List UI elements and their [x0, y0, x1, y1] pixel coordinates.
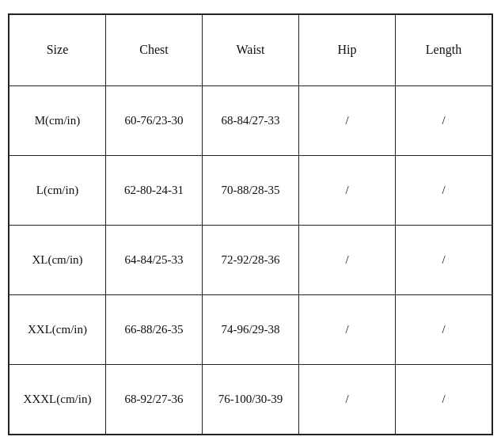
cell-size: L(cm/in)	[9, 155, 106, 225]
header-waist: Waist	[203, 14, 299, 85]
table-row: XXL(cm/in)66-88/26-3574-96/29-38//	[9, 294, 492, 364]
cell-size: M(cm/in)	[9, 85, 106, 155]
cell-waist: 70-88/28-35	[203, 155, 299, 225]
cell-waist: 72-92/28-36	[203, 225, 299, 294]
table-row: M(cm/in)60-76/23-3068-84/27-33//	[9, 85, 492, 155]
cell-length: /	[396, 294, 492, 364]
table-row: L(cm/in)62-80-24-3170-88/28-35//	[9, 155, 492, 225]
cell-chest: 66-88/26-35	[106, 294, 203, 364]
cell-chest: 60-76/23-30	[106, 85, 203, 155]
cell-chest: 68-92/27-36	[106, 364, 203, 434]
header-chest: Chest	[106, 14, 203, 85]
cell-hip: /	[299, 294, 396, 364]
cell-hip: /	[299, 364, 396, 434]
cell-chest: 62-80-24-31	[106, 155, 203, 225]
cell-waist: 74-96/29-38	[203, 294, 299, 364]
cell-size: XXXL(cm/in)	[9, 364, 106, 434]
header-hip: Hip	[299, 14, 396, 85]
cell-hip: /	[299, 225, 396, 294]
table-row: XXXL(cm/in)68-92/27-3676-100/30-39//	[9, 364, 492, 434]
cell-waist: 76-100/30-39	[203, 364, 299, 434]
cell-size: XL(cm/in)	[9, 225, 106, 294]
cell-hip: /	[299, 85, 396, 155]
cell-size: XXL(cm/in)	[9, 294, 106, 364]
cell-length: /	[396, 225, 492, 294]
cell-chest: 64-84/25-33	[106, 225, 203, 294]
table-row: XL(cm/in)64-84/25-3372-92/28-36//	[9, 225, 492, 294]
header-length: Length	[396, 14, 492, 85]
header-size: Size	[9, 14, 106, 85]
cell-hip: /	[299, 155, 396, 225]
cell-waist: 68-84/27-33	[203, 85, 299, 155]
header-row: Size Chest Waist Hip Length	[9, 14, 492, 85]
cell-length: /	[396, 155, 492, 225]
size-chart-wrapper: Size Chest Waist Hip Length M(cm/in)60-7…	[8, 13, 493, 435]
cell-length: /	[396, 85, 492, 155]
cell-length: /	[396, 364, 492, 434]
size-chart-table: Size Chest Waist Hip Length M(cm/in)60-7…	[9, 14, 492, 435]
